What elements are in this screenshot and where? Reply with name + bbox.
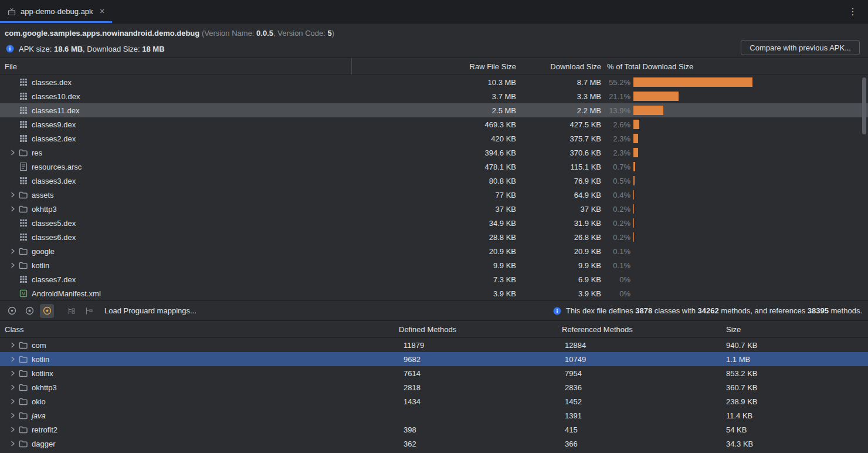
raw-file-size: 3.7 MB [352,92,516,101]
chevron-right-icon[interactable] [7,439,19,448]
chevron-right-icon[interactable] [7,383,19,392]
file-table-row[interactable]: classes6.dex 28.8 KB 26.8 KB 0.2% [0,230,868,244]
folder-icon [19,190,28,200]
chevron-right-icon[interactable] [7,397,19,406]
classes-count: 3878 [635,306,652,315]
file-table-row[interactable]: classes11.dex 2.5 MB 2.2 MB 13.9% [0,103,868,117]
download-percent: 2.6% [601,120,630,129]
folder-icon [19,261,28,270]
chevron-right-icon[interactable] [7,369,19,378]
chevron-right-icon[interactable] [7,190,19,200]
file-table-row[interactable]: okhttp3 37 KB 37 KB 0.2% [0,202,868,216]
load-proguard-mappings-link[interactable]: Load Proguard mappings... [104,306,196,315]
file-name: resources.arsc [32,163,82,171]
defined-methods: 398 [399,425,562,434]
file-name: classes6.dex [32,233,76,242]
referenced-methods: 415 [562,425,726,434]
download-size: 9.9 KB [516,261,601,270]
dex-file-icon [19,232,28,242]
file-table-row[interactable]: classes5.dex 34.9 KB 31.9 KB 0.2% [0,216,868,230]
referenced-methods: 12884 [562,341,726,350]
arsc-file-icon [19,162,28,171]
file-table-row[interactable]: resources.arsc 478.1 KB 115.1 KB 0.7% [0,160,868,174]
tab-apk[interactable]: app-demo-debug.apk ✕ [0,0,112,23]
collapse-all-icon[interactable] [82,304,96,318]
size: 238.9 KB [726,397,868,406]
chevron-right-icon[interactable] [7,246,19,256]
download-percent: 0.2% [601,205,630,214]
column-referenced-methods[interactable]: Referenced Methods [562,325,726,334]
class-table-row[interactable]: okio 1434 1452 238.9 KB [0,394,868,408]
file-name: classes7.dex [32,275,76,284]
column-raw-file-size[interactable]: Raw File Size [352,62,516,71]
class-table-row[interactable]: dagger 362 366 34.3 KB [0,437,868,451]
file-name: classes.dex [32,78,72,87]
download-size: 37 KB [516,205,601,214]
file-table-row[interactable]: assets 77 KB 64.9 KB 0.4% [0,188,868,202]
percent-bar [633,148,638,157]
column-class[interactable]: Class [0,325,399,334]
chevron-right-icon[interactable] [7,148,19,157]
folder-icon [19,369,28,378]
percent-bar [633,134,638,143]
more-options-icon[interactable]: ⋮ [843,0,862,23]
column-file[interactable]: File [0,58,352,75]
raw-file-size: 2.5 MB [352,106,516,115]
chevron-right-icon[interactable] [7,204,19,214]
file-table-row[interactable]: classes3.dex 80.8 KB 76.9 KB 0.5% [0,174,868,188]
file-table-row[interactable]: kotlin 9.9 KB 9.9 KB 0.1% [0,258,868,272]
column-percent-of-total[interactable]: % of Total Download Size [601,62,868,71]
editor-tab-bar: app-demo-debug.apk ✕ ⋮ [0,0,868,23]
show-references-icon[interactable] [40,304,54,318]
dex-file-icon [19,275,28,284]
file-table-row[interactable]: res 394.6 KB 370.6 KB 2.3% [0,146,868,160]
column-defined-methods[interactable]: Defined Methods [399,325,562,334]
class-table-row[interactable]: kotlinx 7614 7954 853.2 KB [0,366,868,380]
referenced-methods: 10749 [562,355,726,364]
column-size[interactable]: Size [726,325,868,334]
referenced-methods-count: 38395 [808,306,829,315]
folder-icon [19,411,28,420]
chevron-right-icon[interactable] [7,411,19,420]
referenced-methods: 366 [562,440,726,448]
file-table-row[interactable]: classes9.dex 469.3 KB 427.5 KB 2.6% [0,117,868,131]
show-methods-icon[interactable] [22,304,36,318]
chevron-right-icon[interactable] [7,425,19,434]
referenced-methods: 1452 [562,397,726,406]
compare-apk-button[interactable]: Compare with previous APK... [741,40,860,55]
vertical-scrollbar[interactable] [862,77,866,134]
folder-icon [19,439,28,448]
show-fields-icon[interactable] [5,304,19,318]
class-table-row[interactable]: java 1391 11.4 KB [0,408,868,422]
download-size: 370.6 KB [516,148,601,157]
file-table-row[interactable]: M AndroidManifest.xml 3.9 KB 3.9 KB 0% [0,286,868,300]
file-name: AndroidManifest.xml [32,289,101,298]
class-table-row[interactable]: retrofit2 398 415 54 KB [0,422,868,437]
chevron-right-icon[interactable] [7,261,19,270]
percent-bar [633,106,663,115]
version-code: 5 [328,29,332,38]
close-icon[interactable]: ✕ [100,8,105,15]
percent-bar [633,232,634,242]
file-table-row[interactable]: classes10.dex 3.7 MB 3.3 MB 21.1% [0,89,868,103]
size: 853.2 KB [726,369,868,378]
raw-file-size: 37 KB [352,205,516,214]
class-name: java [32,411,46,420]
class-name: kotlin [32,355,49,364]
column-download-size[interactable]: Download Size [516,62,601,71]
file-table-row[interactable]: classes7.dex 7.3 KB 6.9 KB 0% [0,272,868,286]
file-name: classes9.dex [32,120,76,129]
file-table-row[interactable]: classes2.dex 420 KB 375.7 KB 2.3% [0,131,868,146]
class-name: retrofit2 [32,425,57,434]
class-table-row[interactable]: okhttp3 2818 2836 360.7 KB [0,380,868,394]
class-table-row[interactable]: com 11879 12884 940.7 KB [0,338,868,352]
size: 54 KB [726,425,868,434]
version-name: 0.0.5 [256,29,273,38]
chevron-right-icon[interactable] [7,354,19,364]
expand-all-icon[interactable] [65,304,79,318]
file-table-row[interactable]: google 20.9 KB 20.9 KB 0.1% [0,244,868,258]
class-table-row[interactable]: kotlin 9682 10749 1.1 MB [0,352,868,366]
size: 34.3 KB [726,440,868,448]
chevron-right-icon[interactable] [7,340,19,350]
file-table-row[interactable]: classes.dex 10.3 MB 8.7 MB 55.2% [0,75,868,89]
